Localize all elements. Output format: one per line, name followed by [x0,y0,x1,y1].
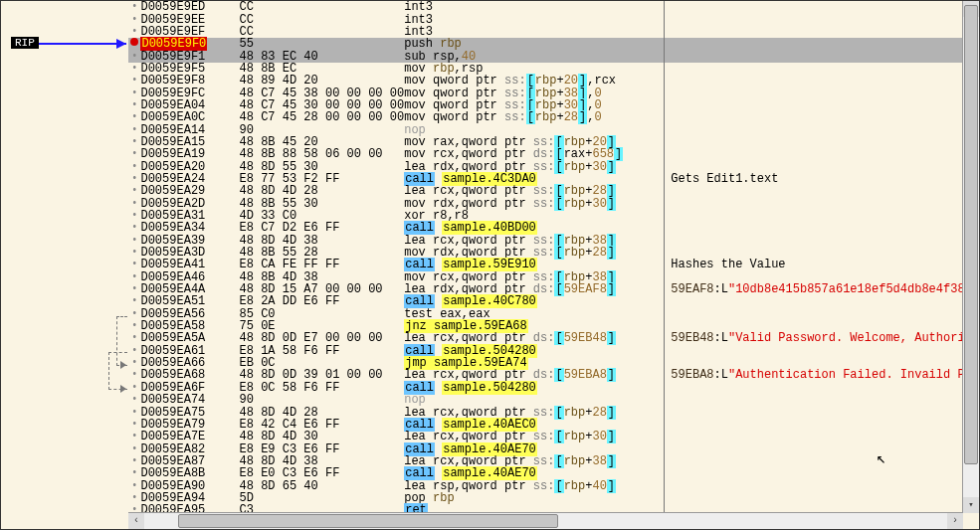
address-cell[interactable]: D0059E9F5 [140,63,239,75]
comment-cell[interactable] [665,271,979,283]
disasm-row[interactable]: •D0059EA8BE8 E0 C3 E6 FFcall sample.40AE… [128,467,979,479]
comment-cell[interactable] [665,50,979,62]
address-cell[interactable]: D0059EA51 [140,295,239,307]
address-cell[interactable]: D0059EA34 [140,222,239,234]
bullet-icon[interactable]: • [128,173,140,185]
bullet-icon[interactable]: • [128,332,140,344]
bullet-icon[interactable]: • [128,235,140,247]
bullet-icon[interactable]: • [128,99,140,111]
disasm-row[interactable]: •D0059EA2948 8D 4D 28lea rcx,qword ptr s… [128,185,979,197]
disasm-row[interactable]: •D0059EA9048 8D 65 40lea rsp,qword ptr s… [128,479,979,491]
vertical-thumb[interactable] [964,5,978,464]
bullet-icon[interactable]: • [128,394,140,406]
comment-cell[interactable] [665,419,979,431]
comment-cell[interactable] [665,222,979,234]
bullet-icon[interactable]: • [128,283,140,295]
comment-cell[interactable] [665,111,979,123]
comment-cell[interactable] [665,148,979,160]
bullet-icon[interactable]: • [128,185,140,197]
disasm-row[interactable]: •D0059EA314D 33 C0xor r8,r8 [128,210,979,222]
bullet-icon[interactable]: • [128,75,140,87]
address-cell[interactable]: D0059EA7E [140,431,239,442]
disasm-row[interactable]: •D0059E9EDCCint3 [128,1,979,13]
comment-cell[interactable] [665,345,979,357]
disasm-row[interactable]: •D0059EA82E8 E9 C3 E6 FFcall sample.40AE… [128,442,979,454]
address-cell[interactable]: D0059E9F8 [140,75,239,87]
disasm-row[interactable]: •D0059EA945Dpop rbp [128,492,979,504]
bullet-icon[interactable]: • [128,308,140,320]
disasm-row[interactable]: •D0059EA5685 C0test eax,eax [128,308,979,320]
comment-cell[interactable] [665,26,979,38]
comment-cell[interactable]: Hashes the Value [665,259,979,270]
disasm-row[interactable]: D0059E9F055push rbp [128,38,979,50]
address-cell[interactable]: D0059EA6F [140,382,239,394]
disasm-row[interactable]: •D0059E9F548 8B ECmov rbp,rsp [128,63,979,75]
address-cell[interactable]: D0059EA56 [140,308,239,320]
bullet-icon[interactable]: • [128,357,140,369]
address-cell[interactable]: D0059EA75 [140,406,239,418]
address-cell[interactable]: D0059EA2D [140,198,239,210]
address-cell[interactable]: D0059EA46 [140,271,239,283]
bullet-icon[interactable]: • [128,50,140,62]
disasm-row[interactable]: •D0059EA1548 8B 45 20mov rax,qword ptr s… [128,136,979,148]
comment-cell[interactable] [665,431,979,442]
bullet-icon[interactable]: • [128,247,140,259]
address-cell[interactable]: D0059EA5A [140,332,239,344]
bullet-icon[interactable]: • [128,87,140,98]
disasm-row[interactable]: •D0059EA3948 8D 4D 38lea rcx,qword ptr s… [128,235,979,247]
address-cell[interactable]: D0059EA15 [140,136,239,148]
address-cell[interactable]: D0059EA29 [140,185,239,197]
bullet-icon[interactable]: • [128,210,140,222]
disasm-row[interactable]: •D0059E9EFCCint3 [128,26,979,38]
comment-cell[interactable] [665,320,979,332]
address-cell[interactable]: D0059E9EF [140,26,239,38]
disasm-row[interactable]: •D0059EA7548 8D 4D 28lea rcx,qword ptr s… [128,406,979,418]
address-cell[interactable]: D0059EA79 [140,419,239,431]
bullet-icon[interactable]: • [128,26,140,38]
address-cell[interactable]: D0059EA39 [140,235,239,247]
disasm-row[interactable]: •D0059EA41E8 CA FE FF FFcall sample.59E9… [128,259,979,270]
comment-cell[interactable]: 59EB48:L"Valid Password. Welcome, Author… [665,332,979,344]
disasm-row[interactable]: •D0059EA2048 8D 55 30lea rdx,qword ptr s… [128,160,979,172]
bullet-icon[interactable]: • [128,455,140,467]
address-cell[interactable]: D0059EA74 [140,394,239,406]
bullet-icon[interactable]: • [128,492,140,504]
bullet-icon[interactable]: • [128,382,140,394]
address-cell[interactable]: D0059EA94 [140,492,239,504]
scroll-down-icon[interactable]: ▾ [963,497,979,513]
address-cell[interactable]: D0059E9ED [140,1,239,13]
bullet-icon[interactable]: • [128,369,140,381]
bullet-icon[interactable]: • [128,13,140,25]
comment-cell[interactable] [665,442,979,454]
comment-cell[interactable] [665,1,979,13]
disasm-row[interactable]: •D0059EA0C48 C7 45 28 00 00 00 00mov qwo… [128,111,979,123]
address-cell[interactable]: D0059EA82 [140,442,239,454]
comment-cell[interactable] [665,87,979,98]
comment-cell[interactable] [665,467,979,479]
comment-cell[interactable] [665,357,979,369]
disasm-row[interactable]: •D0059EA24E8 77 53 F2 FFcall sample.4C3D… [128,173,979,185]
bullet-icon[interactable]: • [128,148,140,160]
bullet-icon[interactable]: • [128,136,140,148]
disasm-row[interactable]: •D0059E9F148 83 EC 40sub rsp,40 [128,50,979,62]
disasm-row[interactable]: •D0059EA4648 8B 4D 38mov rcx,qword ptr s… [128,271,979,283]
bullet-icon[interactable]: • [128,259,140,270]
comment-cell[interactable] [665,99,979,111]
comment-cell[interactable]: 59EBA8:L"Authentication Failed. Invaild … [665,369,979,381]
disasm-row[interactable]: •D0059EA34E8 C7 D2 E6 FFcall sample.40BD… [128,222,979,234]
address-cell[interactable]: D0059EA19 [140,148,239,160]
address-cell[interactable]: D0059EA58 [140,320,239,332]
bullet-icon[interactable]: • [128,198,140,210]
bullet-icon[interactable]: • [128,160,140,172]
comment-cell[interactable] [665,198,979,210]
address-cell[interactable]: D0059E9F1 [140,50,239,62]
bullet-icon[interactable]: • [128,479,140,491]
disasm-row[interactable]: •D0059EA7E48 8D 4D 30lea rcx,qword ptr s… [128,431,979,442]
address-cell[interactable]: D0059EA31 [140,210,239,222]
disasm-row[interactable]: •D0059EA8748 8D 4D 38lea rcx,qword ptr s… [128,455,979,467]
disasm-row[interactable]: •D0059EA51E8 2A DD E6 FFcall sample.40C7… [128,295,979,307]
comment-cell[interactable] [665,492,979,504]
comment-cell[interactable] [665,382,979,394]
disasm-row[interactable]: •D0059EA3D48 8B 55 28mov rdx,qword ptr s… [128,247,979,259]
disasm-row[interactable]: •D0059EA6FE8 0C 58 F6 FFcall sample.5042… [128,382,979,394]
